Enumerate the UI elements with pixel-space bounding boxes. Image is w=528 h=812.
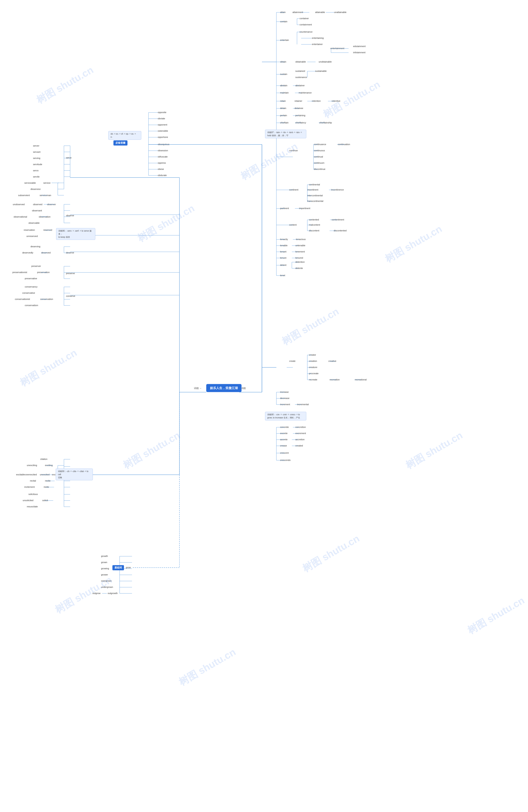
- tain-info-box: 词根87：-tain- = -tin- = -tent- = -ten- =ho…: [265, 130, 306, 138]
- node-entertain: entertain: [280, 39, 289, 41]
- node-partinent: partinent: [280, 207, 289, 209]
- node-contented: contented: [309, 218, 319, 221]
- node-preservationist: preservationist: [12, 271, 27, 274]
- node-transcontinental: transcontinental: [307, 200, 323, 202]
- node-obsession: obsession: [158, 149, 168, 152]
- node-abstainer: abstainer: [295, 84, 305, 87]
- node-discontinue: discontinue: [314, 168, 326, 170]
- node-service: service: [43, 182, 50, 184]
- node-tenable: tenable: [280, 244, 287, 247]
- node-container: container: [300, 17, 309, 19]
- node-tenured: tenured: [295, 257, 303, 259]
- node-obviate: obviate: [158, 117, 165, 120]
- node-concrete: concrete: [280, 426, 289, 428]
- node-entertainer: entertainer: [312, 43, 323, 45]
- watermark-3: 树图 shutu.cn: [238, 140, 300, 183]
- node-accretion: accretion: [295, 438, 305, 441]
- node-pertaining: pertaining: [295, 114, 305, 117]
- node-sustenance: sustenance: [295, 76, 307, 78]
- node-creation: creation: [309, 360, 317, 362]
- node-deserving: deserving: [31, 245, 41, 248]
- node-contentment: contentment: [332, 218, 344, 221]
- node-incremental: incremental: [297, 403, 309, 406]
- node-recreation: recreation: [330, 378, 340, 381]
- node-reservation: reservation: [24, 229, 35, 231]
- node-attainable: attainable: [315, 11, 325, 13]
- node-crescendo: crescendo: [280, 459, 291, 461]
- node-concretion: concretion: [295, 426, 306, 428]
- node-observer: observer: [47, 203, 56, 206]
- node-serving: serving: [33, 157, 40, 159]
- node-deservedly: deservedly: [22, 251, 33, 254]
- node-recreate: recreate: [309, 378, 317, 381]
- node-opposite: opposite: [158, 111, 166, 114]
- node-recital: recital: [30, 479, 36, 482]
- serv-info-box: 词根86：-serv- = -serf- = to serve 服务；to ke…: [56, 228, 95, 240]
- node-outgrowth: outgrowth: [108, 592, 118, 594]
- must-learn-prefix-box: 必备前缀: [114, 140, 127, 146]
- watermark-4: 树图 shutu.cn: [321, 78, 382, 121]
- node-containment: containment: [300, 23, 312, 26]
- node-tenacity: tenacity: [280, 238, 288, 241]
- node-chieftaincy: chieftaincy: [295, 121, 306, 124]
- cite-info-box: 词根90：-cit- = -cite- = -citat- = to call召…: [56, 468, 93, 480]
- node-unobtainable: unobtainable: [319, 60, 332, 63]
- node-conservatism: conservatism: [25, 304, 38, 306]
- node-excrete: excrete: [280, 432, 287, 434]
- right-word-root-label: 词根: [241, 387, 246, 390]
- node-observation: observation: [39, 216, 50, 218]
- node-discontented: discontented: [334, 229, 347, 232]
- node-retentive: retentive: [332, 100, 340, 102]
- node-increment: increment: [280, 403, 290, 406]
- node-detention: detention: [295, 261, 305, 263]
- node-deserved: deserved: [41, 251, 50, 254]
- watermark-11: 树图 shutu.cn: [300, 532, 362, 575]
- node-infotainment: infotainment: [353, 51, 365, 54]
- node-servant: servant: [33, 151, 41, 153]
- node-increase: increase: [280, 391, 289, 393]
- node-impertinent: impertinent: [299, 207, 310, 209]
- node-unattainable: unattainable: [334, 11, 347, 13]
- node-unexcited: unexcited: [40, 473, 49, 476]
- node-maintain: maintain: [280, 91, 289, 94]
- node-serviceman: serviceman: [40, 194, 51, 197]
- node-conserve: conserve: [66, 295, 75, 297]
- watermark-2: 树图 shutu.cn: [135, 202, 197, 245]
- node-sustained: sustained: [295, 70, 305, 72]
- node-chieftainship: chieftainship: [319, 121, 332, 124]
- node-retainer: retainer: [295, 100, 302, 102]
- node-abstain: abstain: [280, 84, 287, 87]
- node-opportune: opportune: [158, 136, 168, 138]
- node-maintenance: maintenance: [299, 91, 312, 94]
- node-obsequious: obsequious: [158, 143, 169, 146]
- node-preservation: preservation: [37, 271, 50, 274]
- node-servo: servo: [33, 169, 39, 172]
- node-reserved: reserved: [43, 229, 52, 231]
- node-grower: grower: [101, 574, 108, 576]
- node-undergrown: undergrown: [101, 586, 113, 588]
- node-continuum: continuum: [314, 162, 325, 164]
- node-continuous: continuous: [314, 149, 325, 152]
- node-unreserved: unreserved: [26, 235, 38, 237]
- node-solicit: solicit: [42, 499, 48, 502]
- node-incontinent: incontinent: [307, 188, 318, 191]
- node-citation: citation: [40, 458, 47, 460]
- node-creator: creator: [309, 353, 316, 356]
- node-crescent: crescent: [280, 452, 289, 454]
- node-creature: creature: [309, 366, 317, 368]
- node-intercontinental: intercontinental: [307, 194, 323, 197]
- mind-map-lines: [0, 0, 528, 812]
- watermark-6: 树图 shutu.cn: [121, 429, 182, 472]
- node-solicitous: solicitous: [29, 493, 38, 495]
- node-creative: creative: [328, 360, 336, 362]
- watermark-7: 树图 shutu.cn: [280, 305, 341, 348]
- node-untenable: untenable: [295, 244, 305, 247]
- node-continuation: continuation: [338, 143, 350, 146]
- node-outgrow: outgrow: [92, 592, 101, 594]
- node-unsolicited: unsolicited: [23, 499, 33, 502]
- cres-info-box: 词根80：-cre- = -cret- = -cresc- = togrow; …: [265, 412, 306, 420]
- node-pertain: pertain: [280, 114, 287, 117]
- left-word-root-label: 词根 ←: [194, 387, 202, 390]
- node-unexciting: unexciting: [27, 464, 37, 466]
- watermark-12: 树图 shutu.cn: [403, 429, 465, 472]
